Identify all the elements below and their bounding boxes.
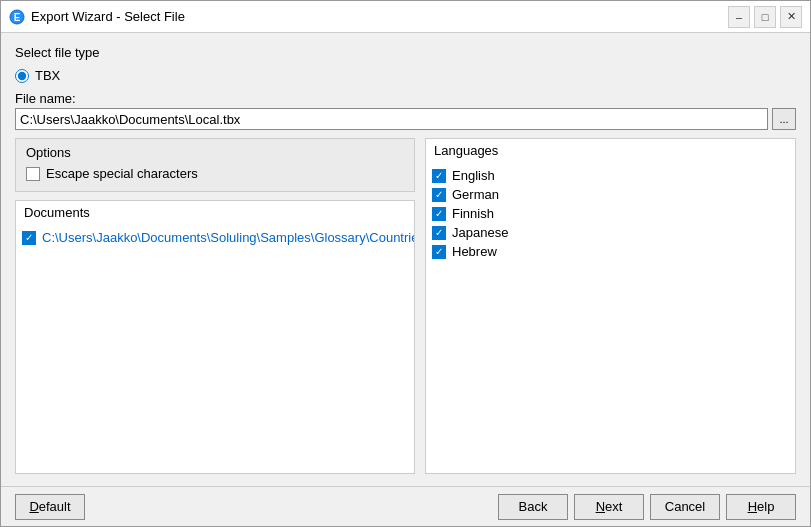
- minimize-button[interactable]: –: [728, 6, 750, 28]
- help-label: Help: [748, 499, 775, 514]
- list-item: English: [432, 166, 789, 185]
- file-type-label: Select file type: [15, 45, 796, 60]
- default-button[interactable]: DDefaultefault: [15, 494, 85, 520]
- documents-title: Documents: [16, 201, 414, 224]
- file-type-section: Select file type TBX: [15, 45, 796, 83]
- next-button[interactable]: Next: [574, 494, 644, 520]
- tbx-radio[interactable]: [15, 69, 29, 83]
- list-item: C:\Users\Jaakko\Documents\Soluling\Sampl…: [22, 228, 408, 247]
- document-checkbox-0[interactable]: [22, 231, 36, 245]
- list-item: Hebrew: [432, 242, 789, 261]
- lang-checkbox-0[interactable]: [432, 169, 446, 183]
- close-button[interactable]: ✕: [780, 6, 802, 28]
- lang-checkbox-4[interactable]: [432, 245, 446, 259]
- escape-special-chars-label: Escape special characters: [46, 166, 198, 181]
- lang-label-2: Finnish: [452, 206, 494, 221]
- lang-checkbox-1[interactable]: [432, 188, 446, 202]
- lang-label-0: English: [452, 168, 495, 183]
- lang-checkbox-3[interactable]: [432, 226, 446, 240]
- browse-button[interactable]: ...: [772, 108, 796, 130]
- options-group: Options Escape special characters: [15, 138, 415, 192]
- languages-panel: Languages English German Finnish: [425, 138, 796, 474]
- footer: DDefaultefault Back Next Cancel Help: [1, 486, 810, 526]
- escape-special-chars-row: Escape special characters: [26, 166, 404, 181]
- title-bar-text: Export Wizard - Select File: [31, 9, 728, 24]
- options-title: Options: [26, 145, 404, 160]
- footer-left: DDefaultefault: [15, 494, 498, 520]
- list-item: Finnish: [432, 204, 789, 223]
- content-area: Select file type TBX File name: ... Opti…: [1, 33, 810, 486]
- cancel-label: Cancel: [665, 499, 705, 514]
- documents-list: C:\Users\Jaakko\Documents\Soluling\Sampl…: [16, 224, 414, 473]
- svg-text:E: E: [14, 12, 21, 23]
- document-label-0: C:\Users\Jaakko\Documents\Soluling\Sampl…: [42, 230, 414, 245]
- help-button[interactable]: Help: [726, 494, 796, 520]
- window-icon: E: [9, 9, 25, 25]
- back-button[interactable]: Back: [498, 494, 568, 520]
- file-name-label: File name:: [15, 91, 796, 106]
- lang-label-3: Japanese: [452, 225, 508, 240]
- left-panel: Options Escape special characters Docume…: [15, 138, 415, 474]
- lang-checkbox-2[interactable]: [432, 207, 446, 221]
- next-label: Next: [596, 499, 623, 514]
- tbx-radio-row: TBX: [15, 68, 796, 83]
- tbx-label: TBX: [35, 68, 60, 83]
- documents-group: Documents C:\Users\Jaakko\Documents\Solu…: [15, 200, 415, 474]
- file-name-section: File name: ...: [15, 91, 796, 130]
- lang-label-1: German: [452, 187, 499, 202]
- footer-right: Back Next Cancel Help: [498, 494, 796, 520]
- list-item: German: [432, 185, 789, 204]
- file-name-input[interactable]: [15, 108, 768, 130]
- back-label: Back: [519, 499, 548, 514]
- default-label: DDefaultefault: [29, 499, 70, 514]
- lang-label-4: Hebrew: [452, 244, 497, 259]
- maximize-button[interactable]: □: [754, 6, 776, 28]
- escape-special-chars-checkbox[interactable]: [26, 167, 40, 181]
- languages-title: Languages: [426, 139, 795, 162]
- title-bar-controls: – □ ✕: [728, 6, 802, 28]
- languages-list: English German Finnish Japanese: [426, 162, 795, 473]
- list-item: Japanese: [432, 223, 789, 242]
- cancel-button[interactable]: Cancel: [650, 494, 720, 520]
- title-bar: E Export Wizard - Select File – □ ✕: [1, 1, 810, 33]
- file-name-row: ...: [15, 108, 796, 130]
- export-wizard-window: E Export Wizard - Select File – □ ✕ Sele…: [0, 0, 811, 527]
- main-area: Options Escape special characters Docume…: [15, 138, 796, 474]
